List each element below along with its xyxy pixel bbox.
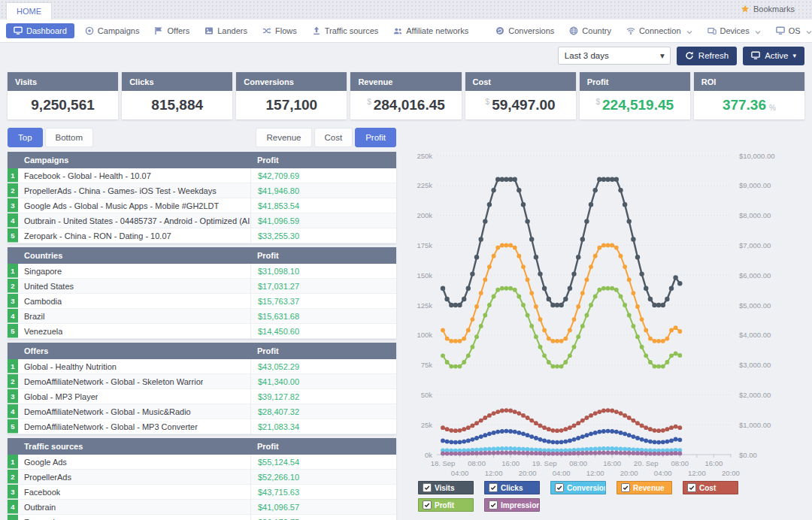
table-row[interactable]: 3Cambodia$15,763.37	[8, 294, 396, 309]
tab-home[interactable]: HOME	[6, 2, 52, 20]
table-row[interactable]: 2PropellerAds - China - Games- iOS Test …	[8, 183, 396, 198]
table-row[interactable]: 1Google Ads$55,124.54	[8, 455, 396, 470]
row-name[interactable]: Outbrain - United States - 04485737 - An…	[18, 216, 250, 225]
table-row[interactable]: 2DemoAffiliateNetwork - Global - Skeleto…	[8, 374, 396, 389]
legend-toggle-revenue[interactable]: Revenue	[617, 481, 672, 494]
row-name[interactable]: Global - MP3 Player	[18, 392, 98, 401]
devices-icon	[707, 26, 717, 35]
row-name[interactable]: United States	[18, 282, 74, 291]
stat-card-title: Clicks	[122, 72, 232, 91]
row-name[interactable]: Facebook	[18, 488, 60, 497]
table-row[interactable]: 4DemoAffiliateNetwork - Global - Music&R…	[8, 404, 396, 419]
target-icon	[85, 26, 94, 35]
nav-item-traffic-sources[interactable]: Traffic sources	[308, 23, 383, 38]
table-row[interactable]: 3Facebook$43,715.63	[8, 485, 396, 500]
table-row[interactable]: 3Global - MP3 Player$39,127.82	[8, 389, 396, 404]
row-name[interactable]: Zeropark	[18, 518, 57, 520]
checkbox-checked-icon[interactable]	[489, 500, 498, 509]
row-name[interactable]: PropellerAds - China - Games- iOS Test -…	[18, 186, 217, 195]
nav-item-dashboard[interactable]: Dashboard	[6, 23, 74, 38]
date-range-select[interactable]: Last 3 days ▾	[558, 47, 671, 65]
table-row[interactable]: 4Brazil$15,631.68	[8, 309, 396, 324]
row-name[interactable]: DemoAffiliateNetwork - Global - Music&Ra…	[18, 407, 191, 416]
bookmarks-button[interactable]: Bookmarks	[741, 5, 804, 14]
legend-label: Conversions	[567, 484, 606, 492]
nav-item-flows[interactable]: Flows	[258, 23, 301, 38]
nav-item-offers[interactable]: Offers	[150, 23, 194, 38]
checkbox-checked-icon[interactable]	[687, 483, 696, 492]
refresh-button[interactable]: Refresh	[677, 47, 737, 65]
nav-item-label: Flows	[275, 26, 297, 35]
legend-toggle-visits[interactable]: Visits	[418, 481, 474, 494]
toolbar: Last 3 days ▾ Refresh Active ▾	[0, 44, 812, 68]
nav-item-devices[interactable]: Devices	[703, 23, 765, 38]
series-impressions	[441, 451, 682, 456]
nav-item-label: Devices	[720, 26, 750, 35]
row-name[interactable]: Singapore	[18, 267, 62, 276]
legend-label: Impressions	[501, 501, 540, 509]
rank-badge: 5	[8, 419, 18, 434]
row-name[interactable]: PropellerAds	[18, 473, 71, 482]
series-cost	[441, 408, 682, 433]
row-name[interactable]: DemoAffiliateNetwork - Global - Skeleton…	[18, 377, 203, 386]
stat-card-title: Profit	[580, 72, 690, 91]
checkbox-checked-icon[interactable]	[489, 483, 498, 492]
table-row[interactable]: 5DemoAffiliateNetwork - Global - MP3 Con…	[8, 419, 396, 434]
legend-toggle-profit[interactable]: Profit	[418, 498, 474, 512]
table-row[interactable]: 4Outbrain - United States - 04485737 - A…	[8, 213, 396, 228]
x-axis: 18. Sep08:0016:0019. Sep08:0016:0020. Se…	[431, 455, 740, 477]
rank-badge: 1	[8, 168, 18, 183]
table-row[interactable]: 2PropellerAds$52,266.10	[8, 470, 396, 485]
row-name[interactable]: Cambodia	[18, 297, 62, 306]
row-name[interactable]: Facebook - Global - Health - 10.07	[18, 171, 151, 180]
nav-item-country[interactable]: Country	[565, 23, 616, 38]
metric-tab-revenue[interactable]: Revenue	[256, 128, 311, 147]
checkbox-checked-icon[interactable]	[621, 483, 630, 492]
metric-tab-cost[interactable]: Cost	[314, 128, 353, 147]
metric-tab-profit[interactable]: Profit	[355, 128, 396, 147]
row-name[interactable]: Brazil	[18, 312, 45, 321]
table-row[interactable]: 1Facebook - Global - Health - 10.07$42,7…	[8, 168, 396, 183]
row-name[interactable]: Venezuela	[18, 327, 62, 336]
active-filter-button[interactable]: Active ▾	[743, 47, 804, 65]
legend-toggle-cost[interactable]: Cost	[683, 481, 738, 494]
legend-toggle-impressions[interactable]: Impressions	[484, 498, 540, 512]
top-button[interactable]: Top	[8, 128, 43, 147]
svg-text:20:00: 20:00	[519, 469, 537, 477]
nav-item-os[interactable]: OS	[771, 23, 812, 38]
svg-text:12:00: 12:00	[688, 469, 706, 477]
svg-text:$4,000.00: $4,000.00	[739, 331, 771, 339]
table-row[interactable]: 5Venezuela$14,450.60	[8, 324, 396, 339]
table-row[interactable]: 5Zeropark - China - RON - Dating - 10.07…	[8, 228, 396, 243]
table-row[interactable]: 5Zeropark$36,172.75	[8, 515, 396, 520]
nav-item-landers[interactable]: Landers	[200, 23, 252, 38]
nav-item-conversions[interactable]: Conversions	[491, 23, 559, 38]
table-row[interactable]: 3Google Ads - Global - Music Apps - Mobi…	[8, 198, 396, 213]
table-row[interactable]: 1Global - Healthy Nutrition$43,052.29	[8, 359, 396, 374]
legend-label: Clicks	[501, 484, 523, 492]
row-name[interactable]: Google Ads - Global - Music Apps - Mobil…	[18, 201, 219, 210]
table-row[interactable]: 2United States$17,031.27	[8, 279, 396, 294]
checkbox-checked-icon[interactable]	[423, 500, 432, 509]
currency-symbol: $	[595, 98, 600, 106]
table-row[interactable]: 4Outbrain$41,096.57	[8, 500, 396, 515]
checkbox-checked-icon[interactable]	[423, 483, 432, 492]
bookmarks-label: Bookmarks	[753, 5, 795, 14]
nav-item-label: OS	[789, 26, 801, 35]
row-name[interactable]: Zeropark - China - RON - Dating - 10.07	[18, 231, 171, 240]
row-name[interactable]: Outbrain	[18, 503, 56, 512]
ranking-tables: CampaignsProfit1Facebook - Global - Heal…	[8, 152, 396, 520]
row-name[interactable]: DemoAffiliateNetwork - Global - MP3 Conv…	[18, 422, 198, 431]
nav-item-connection[interactable]: Connection	[622, 23, 697, 38]
stat-card-revenue: Revenue$284,016.45	[350, 72, 461, 119]
row-name[interactable]: Google Ads	[18, 458, 67, 467]
row-name[interactable]: Global - Healthy Nutrition	[18, 362, 117, 371]
nav-item-affiliate-networks[interactable]: Affiliate networks	[389, 23, 473, 38]
table-row[interactable]: 1Singapore$31,098.10	[8, 264, 396, 279]
legend-toggle-clicks[interactable]: Clicks	[484, 481, 540, 494]
bottom-button[interactable]: Bottom	[45, 128, 93, 147]
svg-text:20. Sep: 20. Sep	[634, 459, 659, 467]
legend-toggle-conversions[interactable]: Conversions	[550, 481, 606, 494]
checkbox-checked-icon[interactable]	[555, 483, 564, 492]
nav-item-campaigns[interactable]: Campaigns	[80, 23, 144, 38]
